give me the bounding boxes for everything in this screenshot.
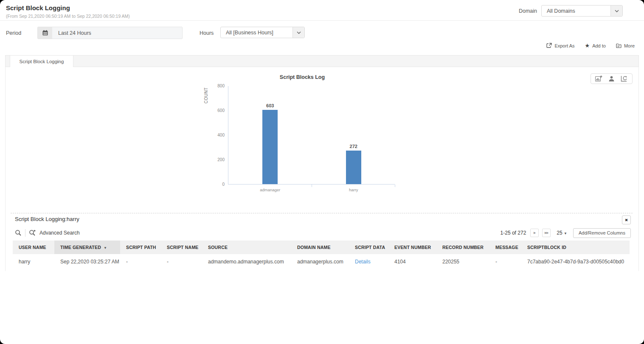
report-date-range: (From Sep 21,2020 06:50:19 AM to Sep 22,… bbox=[6, 14, 130, 19]
col-time-generated[interactable]: TIME GENERATED▼ bbox=[54, 241, 120, 254]
x-axis-tick bbox=[312, 185, 312, 187]
cell-source: admandemo.admanagerplus.com bbox=[202, 254, 291, 269]
domain-filter: Domain All Domains bbox=[519, 5, 623, 17]
cell-domain-name: admanagerplus.com bbox=[291, 254, 349, 269]
chart-plot: 0200400600800603admanager272harry bbox=[228, 86, 395, 185]
cell-scriptblock-id: 7c7aba90-2e47-4b7d-9a73-d00505c40bd0 bbox=[521, 254, 630, 269]
pagination-controls: 1-25 of 272 ▶ ▶▶ 25 ▼ Add/Remove Columns bbox=[501, 228, 631, 238]
y-axis-tick-label: 0 bbox=[208, 182, 225, 187]
hours-select-value: All [Business Hours] bbox=[221, 30, 278, 36]
pagination-range: 1-25 of 272 bbox=[501, 230, 526, 236]
col-scriptblock-id[interactable]: SCRIPTBLOCK ID bbox=[521, 241, 630, 254]
col-source[interactable]: SOURCE bbox=[202, 241, 291, 254]
export-icon bbox=[546, 43, 552, 48]
cell-record-number: 220255 bbox=[436, 254, 489, 269]
report-toolbar: Export As ★ Add to More bbox=[546, 43, 635, 48]
log-table: USER NAME TIME GENERATED▼ SCRIPT PATH SC… bbox=[13, 241, 630, 269]
col-script-name[interactable]: SCRIPT NAME bbox=[161, 241, 202, 254]
chart-refresh-icon[interactable] bbox=[621, 76, 628, 82]
cell-script-data: Details bbox=[349, 254, 388, 269]
header-divider bbox=[0, 20, 644, 21]
bar-value-label: 272 bbox=[339, 144, 368, 149]
period-input[interactable]: Last 24 Hours bbox=[52, 27, 182, 39]
cell-script-name: - bbox=[161, 254, 202, 269]
chevron-down-icon bbox=[610, 6, 622, 16]
page-size-dropdown[interactable]: 25 ▼ bbox=[557, 230, 567, 236]
hours-label: Hours bbox=[200, 30, 214, 36]
hours-select[interactable]: All [Business Hours] bbox=[220, 27, 305, 38]
last-page-button[interactable]: ▶▶ bbox=[542, 229, 551, 237]
col-user-name[interactable]: USER NAME bbox=[13, 241, 54, 254]
x-axis-category-label: admanager bbox=[249, 187, 291, 192]
bar-admanager[interactable] bbox=[262, 110, 278, 184]
chart-title: Script Blocks Log bbox=[211, 74, 394, 80]
col-record-number[interactable]: RECORD NUMBER bbox=[436, 241, 489, 254]
search-icon[interactable] bbox=[15, 229, 22, 236]
tab-script-block-logging[interactable]: Script Block Logging bbox=[10, 56, 73, 67]
col-script-path[interactable]: SCRIPT PATH bbox=[120, 241, 161, 254]
page-size-value: 25 bbox=[557, 230, 562, 236]
folder-icon bbox=[616, 43, 622, 48]
details-link[interactable]: Details bbox=[355, 259, 371, 265]
add-remove-columns-button[interactable]: Add/Remove Columns bbox=[573, 228, 631, 238]
chart-toolbar bbox=[591, 73, 633, 84]
add-chart-icon[interactable] bbox=[595, 76, 602, 82]
search-controls: Advanced Search bbox=[15, 229, 80, 237]
add-to-button[interactable]: ★ Add to bbox=[585, 43, 605, 48]
col-time-generated-label: TIME GENERATED bbox=[60, 245, 101, 250]
user-report-icon[interactable] bbox=[608, 76, 615, 82]
advanced-search-icon[interactable] bbox=[29, 229, 36, 236]
table-row: harry Sep 22,2020 03:25:27 AM - - admand… bbox=[13, 254, 630, 269]
period-field: Last 24 Hours bbox=[37, 27, 183, 39]
y-axis-tick-label: 200 bbox=[208, 157, 225, 162]
close-icon[interactable]: ✖ bbox=[622, 215, 631, 224]
advanced-search-label[interactable]: Advanced Search bbox=[39, 230, 80, 236]
domain-select[interactable]: All Domains bbox=[541, 5, 623, 17]
export-as-button[interactable]: Export As bbox=[546, 43, 574, 48]
cell-script-path: - bbox=[120, 254, 161, 269]
bar-value-label: 603 bbox=[255, 103, 285, 108]
domain-label: Domain bbox=[519, 8, 537, 14]
y-axis-tick-label: 600 bbox=[208, 108, 225, 113]
chevron-down-icon bbox=[292, 27, 304, 38]
domain-select-value: All Domains bbox=[542, 8, 580, 14]
period-label: Period bbox=[6, 30, 21, 36]
export-as-label: Export As bbox=[554, 43, 574, 48]
caret-down-icon: ▼ bbox=[564, 232, 567, 235]
next-page-button[interactable]: ▶ bbox=[530, 229, 539, 237]
col-event-number[interactable]: EVENT NUMBER bbox=[388, 241, 436, 254]
page-title: Script Block Logging bbox=[6, 4, 70, 11]
sort-desc-icon: ▼ bbox=[104, 246, 107, 250]
x-axis-tick bbox=[395, 185, 395, 187]
y-axis-tick-label: 400 bbox=[208, 133, 225, 137]
col-script-data[interactable]: SCRIPT DATA bbox=[349, 241, 388, 254]
bar-harry[interactable] bbox=[346, 151, 361, 184]
tab-bar: Script Block Logging bbox=[5, 55, 639, 67]
calendar-icon[interactable] bbox=[38, 27, 52, 39]
cell-user-name: harry bbox=[13, 254, 54, 269]
star-icon: ★ bbox=[585, 43, 590, 48]
detail-panel-title: Script Block Logging:harry bbox=[15, 216, 79, 222]
more-button[interactable]: More bbox=[616, 43, 635, 48]
divider bbox=[25, 229, 25, 237]
add-to-label: Add to bbox=[592, 43, 606, 48]
col-message[interactable]: MESSAGE bbox=[489, 241, 521, 254]
detail-panel: Script Block Logging:harry ✖ Advanced Se… bbox=[11, 213, 633, 271]
more-label: More bbox=[624, 43, 635, 48]
table-header-row: USER NAME TIME GENERATED▼ SCRIPT PATH SC… bbox=[13, 241, 630, 254]
script-block-logging-page: Script Block Logging (From Sep 21,2020 0… bbox=[0, 0, 644, 344]
x-axis-category-label: harry bbox=[332, 187, 375, 192]
col-domain-name[interactable]: DOMAIN NAME bbox=[291, 241, 349, 254]
y-axis-tick-label: 800 bbox=[208, 84, 225, 88]
detail-controls: Advanced Search 1-25 of 272 ▶ ▶▶ 25 ▼ Ad… bbox=[15, 227, 631, 238]
cell-message: - bbox=[489, 254, 521, 269]
cell-event-number: 4104 bbox=[388, 254, 436, 269]
cell-time-generated: Sep 22,2020 03:25:27 AM bbox=[54, 254, 120, 269]
